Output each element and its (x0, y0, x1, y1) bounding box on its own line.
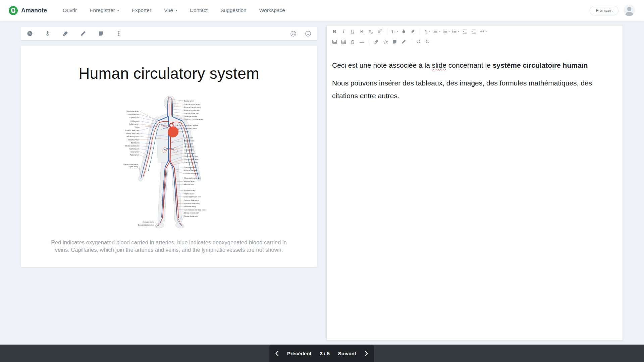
figure-label: Dorsal digital vein (184, 215, 198, 218)
image-button[interactable] (330, 38, 339, 46)
font-size-button[interactable]: T↕▾ (390, 27, 399, 36)
outdent-button[interactable] (460, 27, 469, 36)
redo-icon: ↻ (425, 39, 430, 44)
clock-button[interactable] (26, 30, 33, 37)
user-avatar[interactable] (623, 4, 635, 16)
smiley-sad-icon (305, 31, 311, 37)
ordered-list-button[interactable]: ▾ (441, 27, 451, 36)
indent-button[interactable] (469, 27, 478, 36)
leader-line (176, 128, 184, 129)
language-button[interactable]: Français (590, 6, 619, 15)
figure-label: Pulmonary arteries (184, 124, 199, 127)
leader-line (172, 144, 184, 149)
undo-button[interactable]: ↺ (414, 38, 423, 46)
text-color-button[interactable] (399, 27, 408, 36)
nav-item-exporter[interactable]: Exporter (125, 4, 158, 17)
slide-card: Human circulatory system (21, 46, 317, 267)
slide-title: Human circulatory system (21, 64, 317, 82)
figure-label: Vertebral arteries (184, 115, 197, 118)
editor-toolbar-row1: BIUSx2x2T↕▾¶▾▾▾▾▾ (327, 25, 623, 36)
leader-line (170, 99, 184, 101)
smiley-sad-button[interactable] (305, 30, 311, 37)
previous-button[interactable]: Précédent (285, 350, 314, 357)
chevron-right-icon (365, 351, 368, 356)
figure-label: Anterior tibial artery (184, 199, 199, 201)
unordered-list-button[interactable]: ▾ (451, 27, 460, 36)
note-content[interactable]: Ceci est une note associée à la slide co… (327, 46, 623, 102)
superscript-icon: x2 (378, 28, 382, 34)
previous-chevron-button[interactable] (275, 351, 279, 356)
smiley-happy-icon (290, 31, 297, 37)
figure-label: Great saphenous vein (184, 177, 201, 179)
note-button[interactable] (390, 38, 399, 46)
figure-label: Descending Aorta (126, 135, 139, 138)
strikethrough-icon: S (360, 29, 363, 34)
nav-item-workspace[interactable]: Workspace (253, 4, 291, 17)
text-cursor-button[interactable] (115, 30, 122, 37)
special-char-button[interactable]: Ω (348, 38, 357, 46)
indent-icon (471, 29, 476, 34)
leader-line (140, 152, 151, 157)
text-color-icon (401, 29, 406, 34)
leader-line (172, 138, 184, 142)
leader-line (177, 194, 184, 194)
nav-item-vue[interactable]: Vue▾ (158, 4, 183, 17)
pencil-button[interactable] (80, 30, 87, 37)
leader-line (176, 209, 184, 210)
underline-button[interactable]: U (348, 27, 357, 36)
note-button[interactable] (98, 30, 104, 37)
next-chevron-button[interactable] (365, 351, 368, 356)
paragraph-button[interactable]: ¶▾ (423, 27, 432, 36)
table-button[interactable] (339, 38, 348, 46)
slide-toolbar-left (26, 30, 122, 37)
special-char-icon: Ω (351, 39, 354, 45)
microphone-button[interactable] (44, 30, 51, 37)
leader-line (140, 121, 155, 124)
navbar: Amanote Ouvrir Enregistrer▾ Exporter Vue… (0, 0, 644, 21)
italic-button[interactable]: I (339, 27, 348, 36)
next-button[interactable]: Suivant (336, 350, 358, 357)
strikethrough-button[interactable]: S (357, 27, 366, 36)
align-button[interactable]: ▾ (432, 27, 441, 36)
brand[interactable]: Amanote (9, 6, 47, 15)
chevron-down-icon: ▾ (175, 9, 177, 12)
clear-format-button[interactable] (408, 27, 417, 36)
redo-button[interactable]: ↻ (423, 38, 432, 46)
formula-button[interactable]: √x (381, 38, 390, 46)
table-icon (341, 39, 346, 44)
leader-line (140, 143, 155, 144)
leader-line (140, 155, 149, 160)
horizontal-rule-button[interactable]: — (357, 38, 366, 46)
figure-label: Heart (184, 130, 189, 133)
subscript-button[interactable]: x2 (366, 27, 375, 36)
figure: Subclavian arterySubclavian veinCephalic… (119, 95, 219, 232)
figure-label: External jugular vein (184, 109, 200, 112)
undo-icon: ↺ (416, 39, 421, 44)
nav-item-ouvrir[interactable]: Ouvrir (56, 4, 83, 17)
outdent-icon (462, 29, 467, 34)
figure-label: Superior vena cava (125, 129, 139, 132)
marker-button[interactable] (372, 38, 381, 46)
note-icon (392, 39, 397, 44)
chevron-down-icon: ▾ (448, 30, 450, 33)
nav-item-contact[interactable]: Contact (183, 4, 214, 17)
bold-button[interactable]: B (330, 27, 339, 36)
pencil-button[interactable] (399, 38, 408, 46)
figure-label: Internal iliac vein (184, 166, 197, 169)
figure-label: Gonadal vein (184, 149, 194, 151)
figure-label: Arcuate artery (143, 221, 154, 223)
leader-line (175, 171, 184, 174)
leader-line (140, 118, 156, 121)
leader-line (140, 125, 169, 127)
superscript-button[interactable]: x2 (375, 27, 384, 36)
marker-button[interactable] (62, 30, 69, 37)
nav-item-enregistrer[interactable]: Enregistrer▾ (83, 4, 125, 17)
amanote-logo-icon (9, 6, 18, 15)
leader-line (180, 216, 184, 225)
quote-button[interactable]: ▾ (478, 27, 488, 36)
figure-label: Inferior Vena cava (126, 132, 139, 135)
chevron-down-icon: ▾ (397, 30, 398, 33)
smiley-happy-button[interactable] (290, 30, 297, 37)
nav-item-suggestion[interactable]: Suggestion (214, 4, 253, 17)
note-icon (98, 31, 104, 37)
